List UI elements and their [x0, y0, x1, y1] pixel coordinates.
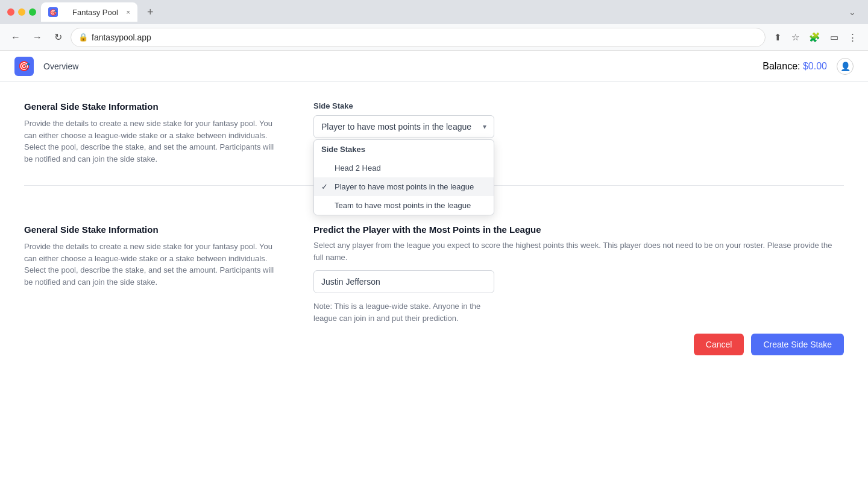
app-container: 🎯 Overview Balance: $0.00 👤 General Side…	[0, 51, 868, 482]
user-profile-icon[interactable]: 👤	[837, 58, 854, 75]
dropdown-section-header: Side Stakes	[314, 140, 494, 159]
tab-favicon: 🎯	[48, 7, 58, 17]
more-menu-icon[interactable]: ⋮	[844, 30, 861, 45]
content-row-2: General Side Stake Information Provide t…	[0, 205, 868, 324]
browser-navbar: ← → ↻ 🔒 fantasypool.app ⬆ ☆ 🧩 ▭ ⋮	[0, 24, 868, 51]
app-logo: 🎯	[14, 57, 34, 76]
header-right: Balance: $0.00 👤	[763, 58, 854, 75]
left-info-panel-2: General Side Stake Information Provide t…	[24, 224, 277, 324]
section-title-2: General Side Stake Information	[24, 224, 277, 235]
predict-panel: Predict the Player with the Most Points …	[313, 224, 844, 324]
stake-type-dropdown-container: Player to have most points in the league…	[313, 115, 844, 138]
lock-icon: 🔒	[78, 33, 88, 42]
dropdown-item-head2head[interactable]: Head 2 Head	[314, 159, 494, 177]
person-icon: 👤	[840, 62, 851, 71]
balance-amount: $0.00	[803, 61, 827, 71]
dropdown-item-label: Head 2 Head	[335, 163, 381, 173]
right-form-panel-1: Side Stake Player to have most points in…	[313, 101, 844, 166]
check-icon-player: ✓	[321, 182, 330, 191]
share-icon[interactable]: ⬆	[770, 30, 785, 45]
app-header: 🎯 Overview Balance: $0.00 👤	[0, 51, 868, 82]
browser-tab[interactable]: 🎯 Fantasy Pool ×	[41, 2, 137, 22]
dropdown-item-label: Player to have most points in the league	[335, 182, 474, 191]
browser-nav-actions: ⬆ ☆ 🧩 ▭ ⋮	[770, 30, 861, 45]
url-display: fantasypool.app	[92, 33, 758, 42]
window-dropdown-icon: ⌄	[849, 7, 861, 17]
predict-note: Note: This is a league-wide stake. Anyon…	[313, 300, 494, 324]
dropdown-item-player-most-points[interactable]: ✓ Player to have most points in the leag…	[314, 177, 494, 196]
balance-label: Balance: $0.00	[763, 61, 827, 72]
bookmark-icon[interactable]: ☆	[788, 30, 803, 45]
extensions-icon[interactable]: 🧩	[805, 30, 824, 45]
close-button[interactable]	[7, 8, 14, 16]
create-side-stake-button[interactable]: Create Side Stake	[751, 334, 844, 355]
bottom-actions: Cancel Create Side Stake	[0, 324, 868, 370]
new-tab-button[interactable]: +	[142, 6, 159, 19]
section-desc-2: Provide the details to create a new side…	[24, 241, 277, 288]
back-button[interactable]: ←	[7, 30, 24, 45]
left-info-panel-1: General Side Stake Information Provide t…	[24, 101, 277, 166]
cancel-button[interactable]: Cancel	[694, 334, 744, 355]
tab-title: Fantasy Pool	[72, 8, 118, 17]
window-controls	[7, 8, 36, 16]
logo-icon: 🎯	[18, 60, 30, 72]
sidebar-icon[interactable]: ▭	[826, 30, 842, 45]
side-stake-label: Side Stake	[313, 101, 844, 110]
predict-desc: Select any player from the league you ex…	[313, 239, 844, 263]
player-name-input[interactable]	[313, 270, 494, 293]
address-bar[interactable]: 🔒 fantasypool.app	[71, 28, 766, 47]
tab-close-icon[interactable]: ×	[127, 8, 130, 16]
dropdown-chevron-icon: ▾	[483, 122, 486, 131]
forward-button[interactable]: →	[29, 30, 46, 45]
dropdown-item-label: Team to have most points in the league	[335, 201, 471, 210]
reload-button[interactable]: ↻	[51, 29, 66, 45]
content-row-1: General Side Stake Information Provide t…	[0, 82, 868, 166]
maximize-button[interactable]	[29, 8, 36, 16]
predict-title: Predict the Player with the Most Points …	[313, 224, 844, 235]
dropdown-menu: Side Stakes Head 2 Head ✓ Player to have…	[313, 139, 494, 215]
nav-overview[interactable]: Overview	[43, 62, 78, 71]
section-desc-1: Provide the details to create a new side…	[24, 118, 277, 165]
stake-type-dropdown[interactable]: Player to have most points in the league…	[313, 115, 494, 138]
section-title-1: General Side Stake Information	[24, 101, 277, 112]
minimize-button[interactable]	[18, 8, 25, 16]
dropdown-selected-value: Player to have most points in the league	[321, 122, 471, 132]
dropdown-item-team-most-points[interactable]: Team to have most points in the league	[314, 196, 494, 215]
